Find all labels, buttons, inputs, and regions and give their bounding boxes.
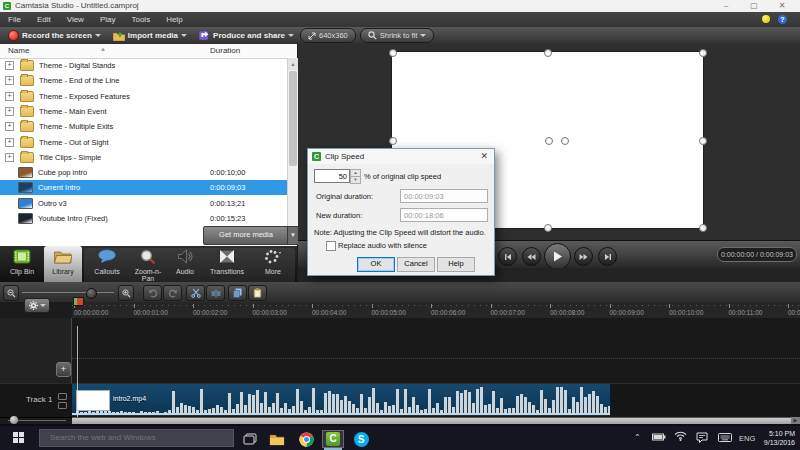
media-row-clip[interactable]: Youtube Intro (Fixed)0:00:15;23 bbox=[0, 211, 287, 226]
track-height-slider-handle[interactable] bbox=[10, 416, 18, 424]
menu-tools[interactable]: Tools bbox=[123, 12, 158, 27]
help-icon[interactable]: ? bbox=[778, 15, 787, 24]
playhead-handle[interactable] bbox=[73, 297, 84, 306]
jump-to-end-button[interactable] bbox=[598, 247, 617, 266]
media-row-folder[interactable]: +Theme - End of the Line bbox=[0, 73, 287, 88]
scroll-up-icon[interactable]: ▲ bbox=[288, 58, 298, 70]
menu-help[interactable]: Help bbox=[158, 12, 190, 27]
media-row-folder[interactable]: +Theme - Main Event bbox=[0, 104, 287, 119]
zoom-slider-handle[interactable] bbox=[86, 288, 97, 299]
duration-column-header[interactable]: Duration bbox=[210, 46, 240, 55]
paste-button[interactable] bbox=[248, 285, 267, 301]
start-button[interactable] bbox=[0, 426, 38, 450]
timeline-zoom-slider[interactable] bbox=[22, 292, 114, 293]
tray-expand-icon[interactable]: ⌃ bbox=[634, 433, 641, 442]
fast-forward-button[interactable] bbox=[574, 247, 593, 266]
speed-percent-input[interactable] bbox=[314, 169, 350, 183]
media-row-clip[interactable]: Current Intro0:00:09;03 bbox=[0, 180, 287, 195]
ok-button[interactable]: OK bbox=[357, 257, 395, 272]
center-handle[interactable] bbox=[545, 137, 553, 145]
media-row-folder[interactable]: +Theme - Multiple Exits bbox=[0, 119, 287, 134]
resize-handle[interactable] bbox=[389, 49, 397, 57]
close-button[interactable]: ✕ bbox=[772, 0, 792, 11]
chrome-button[interactable] bbox=[295, 430, 317, 448]
tab-zoom-n-pan[interactable]: Zoom-n-Pan bbox=[129, 246, 167, 282]
task-view-button[interactable] bbox=[239, 430, 261, 448]
play-button[interactable] bbox=[544, 243, 571, 270]
undo-button[interactable] bbox=[143, 285, 162, 301]
menu-edit[interactable]: Edit bbox=[29, 12, 59, 27]
action-center-icon[interactable] bbox=[696, 432, 708, 443]
expand-icon[interactable]: + bbox=[5, 153, 14, 162]
track-options-button[interactable] bbox=[24, 298, 50, 313]
resize-handle[interactable] bbox=[699, 49, 707, 57]
scrollbar-thumb[interactable] bbox=[289, 71, 297, 166]
import-media-button[interactable]: Import media bbox=[107, 27, 193, 44]
media-list-scrollbar[interactable]: ▲ bbox=[287, 58, 298, 243]
tab-library[interactable]: Library bbox=[44, 246, 82, 282]
media-row-folder[interactable]: +Title Clips - Simple bbox=[0, 150, 287, 165]
camtasia-taskbar-button[interactable]: C bbox=[322, 430, 344, 448]
minimize-button[interactable]: – bbox=[716, 0, 736, 11]
spin-down-icon[interactable]: ▼ bbox=[350, 176, 361, 184]
help-button[interactable]: Help bbox=[437, 257, 475, 272]
media-row-clip[interactable]: Outro v30:00:13;21 bbox=[0, 196, 287, 211]
tab-more[interactable]: More bbox=[252, 246, 294, 282]
name-column-header[interactable]: Name bbox=[8, 46, 29, 55]
tab-audio[interactable]: Audio bbox=[168, 246, 202, 282]
cancel-button[interactable]: Cancel bbox=[397, 257, 435, 272]
editing-dimensions-button[interactable]: 640x360 bbox=[300, 28, 356, 43]
expand-icon[interactable]: + bbox=[5, 61, 14, 70]
expand-icon[interactable]: + bbox=[5, 122, 14, 131]
timeline-ruler[interactable]: 00:00:00:0000:00:01:0000:00:02:0000:00:0… bbox=[72, 302, 800, 319]
timeline-clip[interactable]: intro2.mp4 bbox=[72, 384, 611, 416]
wifi-icon[interactable] bbox=[674, 431, 687, 441]
expand-icon[interactable]: + bbox=[5, 76, 14, 85]
tab-clip-bin[interactable]: Clip Bin bbox=[1, 246, 43, 282]
zoom-out-button[interactable] bbox=[3, 285, 19, 301]
resize-handle[interactable] bbox=[699, 137, 707, 145]
resize-handle[interactable] bbox=[389, 137, 397, 145]
tip-lightbulb-icon[interactable] bbox=[762, 15, 770, 23]
maximize-button[interactable]: ▢ bbox=[744, 0, 764, 11]
menu-play[interactable]: Play bbox=[92, 12, 124, 27]
rewind-button[interactable] bbox=[522, 247, 541, 266]
split-button[interactable] bbox=[206, 285, 225, 301]
taskbar-search-input[interactable] bbox=[39, 429, 234, 447]
dialog-close-icon[interactable]: ✕ bbox=[480, 151, 488, 161]
produce-share-button[interactable]: Produce and share bbox=[193, 27, 300, 44]
keyboard-icon[interactable] bbox=[718, 433, 732, 442]
track-visibility-icon[interactable] bbox=[58, 402, 67, 409]
media-row-folder[interactable]: +Theme - Exposed Features bbox=[0, 89, 287, 104]
zoom-mode-dropdown[interactable]: Shrink to fit bbox=[360, 28, 435, 43]
track-lock-icon[interactable] bbox=[58, 393, 67, 400]
tab-transitions[interactable]: Transitions bbox=[203, 246, 251, 282]
redo-button[interactable] bbox=[163, 285, 182, 301]
menu-file[interactable]: File bbox=[0, 12, 29, 27]
menu-view[interactable]: View bbox=[59, 12, 92, 27]
record-screen-button[interactable]: Record the screen bbox=[2, 27, 107, 44]
skype-taskbar-button[interactable]: S bbox=[350, 430, 372, 448]
language-indicator[interactable]: ENG bbox=[739, 434, 755, 443]
media-row-folder[interactable]: +Theme - Out of Sight bbox=[0, 135, 287, 150]
copy-button[interactable] bbox=[228, 285, 247, 301]
file-explorer-button[interactable] bbox=[266, 430, 288, 448]
resize-handle[interactable] bbox=[544, 224, 552, 232]
expand-icon[interactable]: + bbox=[5, 92, 14, 101]
zoom-in-button[interactable] bbox=[118, 285, 134, 301]
rotate-handle[interactable] bbox=[561, 137, 569, 145]
add-track-button[interactable]: + bbox=[56, 362, 71, 377]
media-row-clip[interactable]: Cube pop intro0:00:10;00 bbox=[0, 165, 287, 180]
cut-button[interactable] bbox=[186, 285, 205, 301]
battery-icon[interactable] bbox=[652, 433, 666, 441]
get-more-media-button[interactable]: Get more media bbox=[203, 226, 289, 245]
replace-audio-checkbox[interactable] bbox=[326, 241, 336, 251]
taskbar-clock[interactable]: 5:10 PM 9/13/2016 bbox=[757, 429, 795, 447]
resize-handle[interactable] bbox=[544, 49, 552, 57]
scroll-right-icon[interactable]: ▶ bbox=[791, 417, 800, 424]
expand-icon[interactable]: + bbox=[5, 107, 14, 116]
jump-to-start-button[interactable] bbox=[498, 247, 517, 266]
resize-handle[interactable] bbox=[699, 224, 707, 232]
media-row-folder[interactable]: +Theme - Digital Stands bbox=[0, 58, 287, 73]
expand-icon[interactable]: + bbox=[5, 138, 14, 147]
